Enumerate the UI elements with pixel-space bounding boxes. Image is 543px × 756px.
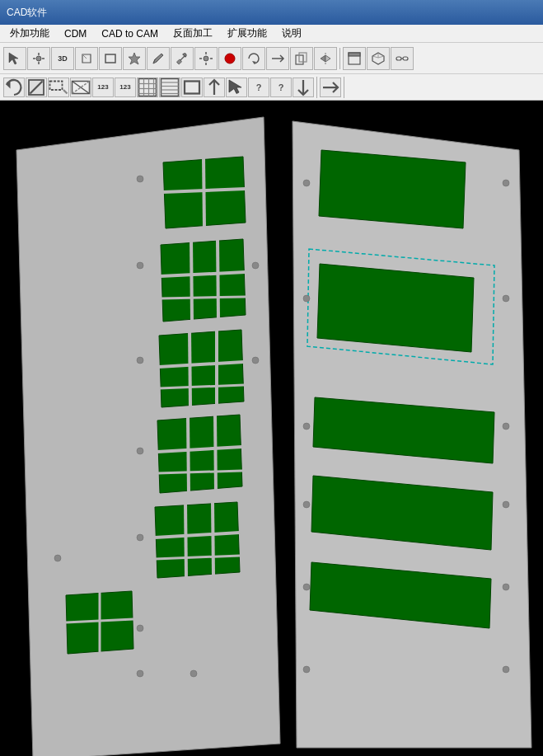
svg-point-86 [503,295,509,302]
svg-point-88 [503,423,509,430]
svg-line-65 [185,502,186,578]
svg-point-6 [225,54,235,63]
polygon-button[interactable] [123,47,146,70]
menu-extra-func[interactable]: 外加功能 [3,25,56,42]
svg-point-95 [303,666,310,673]
svg-point-73 [252,262,259,269]
mirror-button[interactable] [266,47,289,70]
svg-rect-35 [185,81,199,93]
svg-point-90 [503,501,509,508]
circle-button[interactable] [218,47,241,70]
svg-rect-15 [403,57,408,60]
dimension2-button[interactable]: 123 [115,77,136,97]
copy-button[interactable] [290,47,313,70]
tool-button[interactable] [171,47,194,70]
svg-point-68 [137,262,143,269]
svg-line-57 [188,415,189,493]
svg-point-91 [303,501,310,508]
svg-point-5 [204,56,208,61]
title-bar-text: CAD软件 [7,6,47,20]
svg-rect-13 [349,53,360,56]
svg-rect-14 [396,57,401,60]
pan-tool-button[interactable] [27,47,50,70]
svg-line-58 [215,415,216,491]
menu-bar: 外加功能 CDM CAD to CAM 反面加工 扩展功能 说明 [0,25,543,43]
select-tool-button[interactable] [3,47,26,70]
rect-select-button[interactable] [48,77,69,97]
svg-point-75 [137,670,143,677]
hatch-button[interactable] [137,77,158,97]
svg-marker-62 [155,502,240,578]
svg-point-85 [503,180,509,186]
down-button[interactable] [293,77,314,97]
3d-view-button[interactable]: 3D [51,47,74,70]
menu-reverse-process[interactable]: 反面加工 [166,25,219,42]
settings-button[interactable] [194,47,218,70]
svg-point-77 [190,670,197,677]
svg-point-74 [252,357,259,364]
toolbar2: 123 123 [0,74,543,101]
svg-line-46 [161,297,246,298]
svg-point-67 [137,176,143,182]
rotate-button[interactable] [75,47,98,70]
svg-point-89 [303,423,310,430]
window-button[interactable] [343,47,366,70]
svg-marker-11 [325,55,330,62]
svg-marker-54 [157,415,242,493]
rotate-cw-button[interactable] [242,47,265,70]
svg-marker-36 [229,80,241,94]
svg-marker-78 [319,150,466,228]
line-button[interactable] [26,77,47,97]
up-button[interactable] [204,77,225,97]
title-bar: CAD软件 [0,0,543,25]
3d-box-button[interactable] [367,47,390,70]
svg-rect-2 [105,54,115,63]
svg-line-66 [213,502,213,575]
help-button[interactable]: ? [248,77,269,97]
svg-point-1 [36,56,41,61]
link-button[interactable] [391,47,414,70]
trim-button[interactable] [70,77,91,97]
menu-cad-to-cam[interactable]: CAD to CAM [95,26,165,41]
canvas-area[interactable] [0,101,543,756]
toolbar2-separator-1 [316,77,317,98]
svg-point-94 [503,666,509,673]
menu-extend-func[interactable]: 扩展功能 [221,25,274,42]
svg-line-43 [204,157,204,228]
svg-marker-0 [9,53,18,64]
svg-marker-3 [129,53,140,64]
rectangle-button[interactable] [99,47,122,70]
svg-point-70 [137,448,143,454]
dimension-button[interactable]: 123 [92,77,114,97]
svg-marker-49 [159,330,244,407]
svg-marker-10 [321,55,325,62]
toolbar1: 3D [0,43,543,74]
right-button[interactable] [320,77,341,97]
svg-point-87 [303,295,310,302]
toolbar2-separator-2 [344,77,344,98]
snap-button[interactable] [226,77,247,97]
svg-line-48 [218,239,218,319]
svg-point-92 [503,584,509,590]
svg-rect-19 [50,81,63,90]
svg-line-52 [190,330,190,407]
undo-button[interactable] [3,77,25,97]
svg-point-93 [303,584,310,590]
svg-marker-80 [317,264,474,352]
svg-point-76 [54,555,61,561]
toolbar-separator-1 [339,48,340,69]
menu-cdm[interactable]: CDM [58,26,93,41]
help2-button[interactable]: ? [270,77,292,97]
draw-button[interactable] [147,47,170,70]
svg-point-72 [137,625,143,632]
pattern-button[interactable] [159,77,180,97]
svg-marker-44 [161,239,246,322]
flip-button[interactable] [314,47,337,70]
svg-point-69 [137,357,143,364]
svg-line-47 [191,239,192,322]
svg-point-71 [137,534,143,541]
svg-point-84 [303,180,310,186]
rect-outline-button[interactable] [181,77,203,97]
menu-help[interactable]: 说明 [275,25,308,42]
